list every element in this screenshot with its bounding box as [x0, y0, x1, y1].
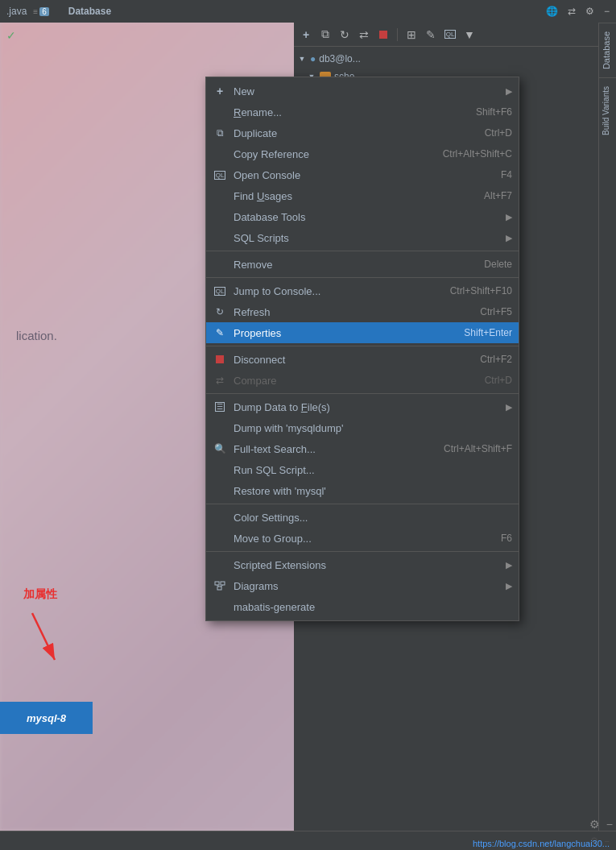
copy-icon: ⧉ [321, 27, 329, 41]
grid-button[interactable]: ⊞ [403, 26, 420, 44]
tab-database[interactable]: Database [599, 23, 616, 77]
fulltext-icon: 🔍 [213, 443, 227, 454]
menu-item-jump-console[interactable]: QL Jump to Console... Ctrl+Shift+F10 [206, 280, 519, 301]
menu-item-rename[interactable]: Rename... Shift+F6 [206, 102, 519, 122]
check-icon: ✓ [6, 29, 16, 42]
mysql-label: mysql-8 [0, 702, 93, 734]
edit-button[interactable]: ✎ [422, 26, 440, 44]
plus-icon: + [303, 28, 309, 41]
filter-button[interactable]: ▼ [461, 26, 478, 44]
root-label: db3@lo... [319, 53, 361, 64]
console-button[interactable]: QL [441, 26, 459, 44]
properties-shortcut: Shift+Enter [464, 327, 512, 338]
db-panel-title-top: Database [68, 6, 111, 17]
menu-item-run-sql[interactable]: Run SQL Script... [206, 459, 519, 480]
menu-item-diagrams[interactable]: Diagrams ▶ [206, 575, 519, 596]
menu-item-properties[interactable]: ✎ Properties Shift+Enter [206, 322, 519, 343]
separator-3 [206, 346, 519, 346]
dump-data-label: Dump Data to File(s) [234, 401, 496, 413]
disconnect-label: Disconnect [234, 354, 473, 366]
menu-item-color-settings[interactable]: Color Settings... [206, 507, 519, 528]
properties-icon: ✎ [213, 327, 227, 338]
tab-build-variants[interactable]: Build Variants [599, 77, 616, 143]
compare-icon: ⇄ [213, 375, 227, 386]
menu-item-new[interactable]: + New ▶ [206, 81, 519, 102]
equals-icon: ≡ [33, 7, 38, 16]
annotation-text: 加属性 [23, 587, 57, 602]
compare-label: Compare [234, 375, 478, 387]
menu-item-dump-data[interactable]: ☰ Dump Data to File(s) ▶ [206, 396, 519, 417]
check-icon-area: ✓ [6, 29, 16, 42]
refresh-shortcut: Ctrl+F5 [480, 306, 512, 317]
diagrams-label: Diagrams [234, 580, 496, 592]
dump-data-arrow: ▶ [506, 402, 512, 413]
copy-ref-shortcut: Ctrl+Alt+Shift+C [443, 148, 512, 160]
dump-mysqldump-label: Dump with 'mysqldump' [234, 422, 512, 434]
tree-root[interactable]: ▼ ● db3@lo... [294, 50, 616, 68]
remove-label: Remove [234, 259, 478, 271]
new-submenu-arrow: ▶ [506, 86, 512, 97]
copy-ref-label: Copy Reference [234, 148, 436, 160]
right-tabs: Database Build Variants [598, 23, 616, 831]
menu-item-remove[interactable]: Remove Delete [206, 254, 519, 275]
mabatis-label: mabatis-generate [234, 601, 512, 613]
menu-item-copy-ref[interactable]: Copy Reference Ctrl+Alt+Shift+C [206, 143, 519, 164]
refresh-icon: ↻ [340, 28, 349, 41]
separator-5 [206, 504, 519, 504]
scripted-ext-label: Scripted Extensions [234, 559, 496, 571]
menu-item-fulltext[interactable]: 🔍 Full-text Search... Ctrl+Alt+Shift+F [206, 438, 519, 459]
menu-item-sql-scripts[interactable]: SQL Scripts ▶ [206, 227, 519, 248]
remove-shortcut: Delete [484, 259, 512, 270]
menu-item-mabatis[interactable]: mabatis-generate [206, 596, 519, 617]
grid-icon: ⊞ [407, 28, 416, 41]
menu-item-compare[interactable]: ⇄ Compare Ctrl+D [206, 370, 519, 391]
properties-label: Properties [234, 327, 457, 339]
menu-item-refresh[interactable]: ↻ Refresh Ctrl+F5 [206, 301, 519, 322]
sql-scripts-arrow: ▶ [506, 233, 512, 243]
color-settings-label: Color Settings... [234, 512, 512, 524]
annotation-arrow [16, 605, 64, 670]
settings-bottom-icon[interactable]: ⚙ [589, 818, 600, 831]
menu-item-disconnect[interactable]: Disconnect Ctrl+F2 [206, 349, 519, 370]
separator-4 [206, 393, 519, 394]
refresh-menu-icon: ↻ [213, 306, 227, 317]
menu-item-duplicate[interactable]: ⧉ Duplicate Ctrl+D [206, 122, 519, 143]
settings-icon[interactable]: ⚙ [585, 6, 594, 17]
transfer-button[interactable]: ⇄ [355, 26, 373, 44]
app-text: lication. [16, 329, 57, 342]
svg-rect-3 [221, 582, 225, 585]
tab-number-area: ≡ 6 [33, 7, 48, 16]
split-icon[interactable]: ⇄ [568, 6, 576, 17]
menu-item-dump-mysqldump[interactable]: Dump with 'mysqldump' [206, 417, 519, 438]
fulltext-shortcut: Ctrl+Alt+Shift+F [444, 443, 512, 454]
db-tools-label: Database Tools [234, 211, 496, 223]
diagrams-arrow: ▶ [506, 581, 512, 591]
menu-item-db-tools[interactable]: Database Tools ▶ [206, 206, 519, 227]
root-chevron: ▼ [297, 55, 307, 63]
tab-java[interactable]: .java [6, 6, 27, 17]
menu-item-scripted-extensions[interactable]: Scripted Extensions ▶ [206, 554, 519, 575]
menu-item-restore[interactable]: Restore with 'mysql' [206, 480, 519, 501]
annotation-area: 加属性 [16, 587, 64, 670]
find-usages-label: Find Usages [234, 190, 478, 202]
scripted-ext-arrow: ▶ [506, 560, 512, 570]
refresh-label: Refresh [234, 306, 473, 318]
db-toolbar: + ⧉ ↻ ⇄ ⊞ ✎ [294, 23, 616, 47]
run-sql-label: Run SQL Script... [234, 464, 512, 476]
stop-button[interactable] [374, 26, 392, 44]
menu-item-find-usages[interactable]: Find Usages Alt+F7 [206, 185, 519, 206]
context-menu: + New ▶ Rename... Shift+F6 ⧉ Duplicate C… [205, 77, 519, 621]
db-node-icon: ● [310, 53, 316, 64]
url-bar: https://blog.csdn.net/langchuai30... [466, 837, 616, 850]
minus-bottom-icon[interactable]: − [606, 818, 613, 831]
menu-item-move-group[interactable]: Move to Group... F6 [206, 528, 519, 549]
add-button[interactable]: + [297, 26, 315, 44]
jump-console-shortcut: Ctrl+Shift+F10 [450, 285, 512, 296]
refresh-button[interactable]: ↻ [336, 26, 353, 44]
copy-button[interactable]: ⧉ [316, 26, 334, 44]
menu-item-open-console[interactable]: QL Open Console F4 [206, 164, 519, 185]
minimize-icon[interactable]: − [604, 6, 610, 17]
ql-icon: QL [444, 30, 457, 39]
globe-icon[interactable]: 🌐 [546, 6, 558, 17]
window-controls: 🌐 ⇄ ⚙ − [546, 6, 610, 17]
